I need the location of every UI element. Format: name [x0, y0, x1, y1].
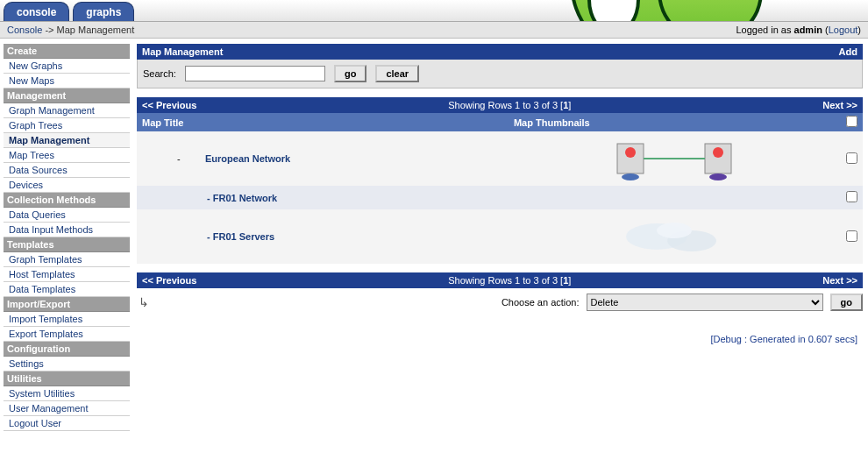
- tab-graphs[interactable]: graphs: [73, 2, 134, 22]
- sidebar-item[interactable]: Graph Templates: [4, 252, 130, 267]
- pager-showing-bottom: Showing Rows 1 to 3 of 3 [1]: [448, 275, 571, 286]
- search-input[interactable]: [185, 66, 325, 81]
- login-info: Logged in as admin (Logout): [736, 25, 861, 35]
- sidebar-header: Utilities: [4, 371, 130, 386]
- sidebar-item[interactable]: Map Management: [4, 133, 130, 148]
- pager-prev-bottom[interactable]: << Previous: [142, 275, 196, 286]
- panel-title: Map Management: [142, 46, 223, 57]
- table-row: - FR01 Servers: [137, 209, 863, 264]
- svg-point-9: [657, 223, 692, 238]
- sidebar-item[interactable]: User Management: [4, 401, 130, 416]
- pager-bottom: << Previous Showing Rows 1 to 3 of 3 [1]…: [137, 272, 863, 288]
- svg-point-3: [625, 147, 636, 158]
- sidebar-item[interactable]: Export Templates: [4, 327, 130, 342]
- row-checkbox[interactable]: [846, 191, 857, 202]
- row-check-cell: [841, 186, 863, 209]
- col-check: [841, 113, 863, 131]
- breadcrumb: Console -> Map Management: [7, 25, 134, 35]
- breadcrumb-current: Map Management: [57, 25, 135, 35]
- map-title-link[interactable]: European Network: [205, 153, 290, 164]
- pager-next-bottom[interactable]: Next >>: [822, 275, 857, 286]
- row-checkbox[interactable]: [846, 230, 857, 242]
- sidebar-item[interactable]: Logout User: [4, 416, 130, 431]
- row-check-cell: [841, 131, 863, 186]
- map-title-cell: - FR01 Servers: [137, 209, 509, 264]
- sidebar-item[interactable]: Settings: [4, 357, 130, 371]
- action-select[interactable]: Delete: [587, 294, 823, 311]
- breadcrumb-console[interactable]: Console: [7, 25, 42, 35]
- map-title-cell: - European Network: [137, 131, 509, 186]
- arrow-icon: ↳: [137, 295, 149, 309]
- pager-showing-top: Showing Rows 1 to 3 of 3 [1]: [448, 100, 571, 110]
- map-thumb-cell: [509, 131, 841, 186]
- breadcrumb-row: Console -> Map Management Logged in as a…: [0, 22, 868, 39]
- tabs: console graphs: [4, 0, 134, 22]
- sidebar-item[interactable]: Data Sources: [4, 163, 130, 178]
- sidebar-item[interactable]: Host Templates: [4, 267, 130, 282]
- pager-top: << Previous Showing Rows 1 to 3 of 3 [1]…: [137, 97, 863, 113]
- map-title-cell: - FR01 Network: [137, 186, 509, 209]
- sidebar-item[interactable]: New Maps: [4, 74, 130, 88]
- sidebar-item[interactable]: Graph Trees: [4, 118, 130, 133]
- login-user: admin: [794, 25, 822, 35]
- sidebar-header: Collection Methods: [4, 193, 130, 208]
- sidebar-header: Templates: [4, 237, 130, 252]
- top-bar: console graphs: [0, 0, 868, 22]
- thumbnail-network: [608, 137, 740, 180]
- sidebar-item[interactable]: Data Queries: [4, 208, 130, 223]
- debug-text: [Debug : Generated in 0.607 secs]: [137, 316, 863, 344]
- sidebar-header: Create: [4, 44, 130, 59]
- svg-point-6: [709, 173, 727, 180]
- tab-console[interactable]: console: [4, 2, 69, 22]
- pager-next-top[interactable]: Next >>: [822, 100, 857, 110]
- select-all-checkbox[interactable]: [846, 116, 857, 127]
- login-prefix: Logged in as: [736, 25, 793, 35]
- search-row: Search: go clear: [137, 60, 863, 88]
- sidebar-item[interactable]: Graph Management: [4, 103, 130, 118]
- svg-point-4: [713, 147, 723, 158]
- sidebar-header: Import/Export: [4, 297, 130, 312]
- map-title-link[interactable]: - FR01 Network: [207, 193, 277, 203]
- row-checkbox[interactable]: [846, 152, 857, 164]
- map-thumb-cell: [509, 186, 841, 209]
- thumbnail-ghost: [608, 215, 740, 258]
- col-thumb[interactable]: Map Thumbnails: [509, 113, 841, 131]
- search-label: Search:: [143, 68, 176, 79]
- panel-title-bar: Map Management Add: [137, 44, 863, 60]
- sidebar-item[interactable]: Data Input Methods: [4, 223, 130, 237]
- row-check-cell: [841, 209, 863, 264]
- pager-prev-top[interactable]: << Previous: [142, 100, 196, 110]
- sidebar-item[interactable]: Devices: [4, 178, 130, 193]
- action-label: Choose an action:: [502, 297, 580, 308]
- action-go-button[interactable]: go: [830, 294, 863, 311]
- logout-link[interactable]: Logout: [829, 25, 858, 35]
- data-table: Map Title Map Thumbnails - European Netw…: [137, 113, 863, 264]
- sidebar-header: Configuration: [4, 342, 130, 357]
- table-row: - FR01 Network: [137, 186, 863, 209]
- sidebar-item[interactable]: Import Templates: [4, 312, 130, 327]
- table-row: - European Network: [137, 131, 863, 186]
- sidebar: CreateNew GraphsNew MapsManagementGraph …: [0, 39, 133, 436]
- sidebar-item[interactable]: New Graphs: [4, 59, 130, 74]
- sidebar-item[interactable]: Data Templates: [4, 282, 130, 297]
- sidebar-item[interactable]: Map Trees: [4, 148, 130, 163]
- map-title-link[interactable]: - FR01 Servers: [207, 231, 274, 242]
- add-link[interactable]: Add: [839, 46, 857, 57]
- sidebar-header: Management: [4, 88, 130, 103]
- main: Map Management Add Search: go clear << P…: [133, 39, 868, 436]
- map-thumb-cell: [509, 209, 841, 264]
- clear-button[interactable]: clear: [375, 65, 419, 82]
- logo-decoration: [535, 0, 763, 22]
- col-title[interactable]: Map Title: [137, 113, 509, 131]
- go-button[interactable]: go: [334, 65, 366, 82]
- sidebar-item[interactable]: System Utilities: [4, 386, 130, 401]
- breadcrumb-sep: ->: [45, 25, 53, 35]
- action-row: ↳ Choose an action: Delete go: [137, 288, 863, 316]
- svg-point-5: [622, 173, 639, 180]
